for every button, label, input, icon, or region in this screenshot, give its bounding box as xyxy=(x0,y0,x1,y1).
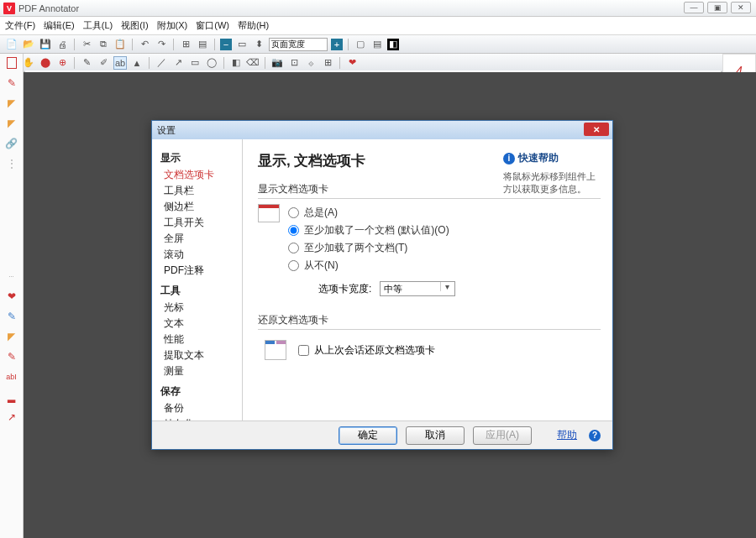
text-select-icon[interactable]: ⬤ xyxy=(39,56,52,70)
measure-icon[interactable]: ⟐ xyxy=(304,56,318,70)
nav-item-doc-tabs[interactable]: 文档选项卡 xyxy=(160,167,242,183)
dialog-close-button[interactable]: ✕ xyxy=(584,123,609,136)
ok-button[interactable]: 确定 xyxy=(339,426,397,445)
menu-view[interactable]: 视图(I) xyxy=(121,19,148,32)
pal-tri3-icon[interactable]: ◤ xyxy=(4,331,19,342)
help-icon[interactable]: ? xyxy=(589,430,601,441)
menu-help[interactable]: 帮助(H) xyxy=(238,19,269,32)
separator xyxy=(214,39,215,50)
window-close-button[interactable]: ✕ xyxy=(731,2,751,13)
new-icon[interactable]: 📄 xyxy=(5,38,18,51)
separator xyxy=(74,57,75,69)
radio-one-loaded[interactable]: 至少加载了一个文档 (默认值)(O) xyxy=(285,222,601,239)
settings-nav: 显示 文档选项卡 工具栏 侧边栏 工具开关 全屏 滚动 PDF注释 工具 光标 … xyxy=(152,139,243,420)
help-link[interactable]: 帮助 xyxy=(557,428,577,442)
eraser-icon[interactable]: ◧ xyxy=(229,56,243,70)
nav-item-cursor[interactable]: 光标 xyxy=(160,300,242,316)
zoom-in-icon[interactable]: + xyxy=(331,39,343,50)
rect-icon[interactable]: ▭ xyxy=(188,56,202,70)
pal-arrow-icon[interactable]: ↗ xyxy=(4,411,19,423)
find-icon[interactable]: ⊞ xyxy=(179,38,192,51)
menu-file[interactable]: 文件(F) xyxy=(5,19,35,32)
pal-pen-red2-icon[interactable]: ✎ xyxy=(4,351,19,363)
fit-page-icon[interactable]: ▭ xyxy=(235,38,249,51)
nav-item-pdf-annot[interactable]: PDF注释 xyxy=(160,263,242,279)
tab-width-label: 选项卡宽度: xyxy=(318,282,371,296)
magnify-icon[interactable]: ⊕ xyxy=(55,56,69,70)
help-title: 快速帮助 xyxy=(518,151,559,165)
dialog-titlebar[interactable]: 设置 ✕ xyxy=(152,121,612,139)
fit-width-icon[interactable]: ⬍ xyxy=(252,38,265,51)
pal-pen-blue-icon[interactable]: ✎ xyxy=(4,311,19,322)
crop-icon[interactable]: ⊡ xyxy=(287,56,301,70)
maximize-button[interactable]: ▣ xyxy=(707,2,727,13)
camera-icon[interactable]: 📷 xyxy=(270,56,284,70)
pal-dots2-icon[interactable]: ··· xyxy=(4,270,19,282)
undo-icon[interactable]: ↶ xyxy=(138,38,151,51)
stamp-icon[interactable]: ▲ xyxy=(130,56,144,70)
favorite-icon[interactable]: ❤ xyxy=(345,56,359,70)
nav-item-perf[interactable]: 性能 xyxy=(160,332,242,347)
nav-item-persist[interactable]: 持久化 xyxy=(160,416,242,420)
hand-icon[interactable]: ✋ xyxy=(22,56,35,70)
eraser2-icon[interactable]: ⌫ xyxy=(246,56,260,70)
pal-dots-icon[interactable]: ⋮ xyxy=(4,158,19,170)
nav-item-sidebar[interactable]: 侧边栏 xyxy=(160,199,242,215)
nav-item-backup[interactable]: 备份 xyxy=(160,400,242,416)
pal-link-icon[interactable]: 🔗 xyxy=(4,138,19,149)
nav-item-scroll[interactable]: 滚动 xyxy=(160,247,242,263)
info-icon: i xyxy=(503,153,515,165)
pal-heart-icon[interactable]: ❤ xyxy=(4,290,19,302)
minimize-button[interactable]: — xyxy=(684,2,704,13)
menu-edit[interactable]: 编辑(E) xyxy=(44,19,75,32)
menubar: 文件(F) 编辑(E) 工具(L) 视图(I) 附加(X) 窗口(W) 帮助(H… xyxy=(0,17,756,35)
zoom-input[interactable] xyxy=(269,38,328,51)
paste-icon[interactable]: 📋 xyxy=(113,38,127,51)
open-icon[interactable]: 📂 xyxy=(22,38,35,51)
pen-icon[interactable]: ✎ xyxy=(80,56,93,70)
page2-icon[interactable]: ▤ xyxy=(370,38,384,51)
pal-stamp-icon[interactable]: ▂ xyxy=(4,391,19,403)
nav-item-text[interactable]: 文本 xyxy=(160,316,242,332)
pal-tri2-icon[interactable]: ◤ xyxy=(4,118,19,129)
pal-tri-icon[interactable]: ◤ xyxy=(4,97,19,109)
text-tool-icon[interactable]: ab xyxy=(113,56,127,70)
redo-icon[interactable]: ↷ xyxy=(155,38,168,51)
ellipse-icon[interactable]: ◯ xyxy=(205,56,218,70)
nav-item-fullscreen[interactable]: 全屏 xyxy=(160,231,242,247)
copy-icon[interactable]: ⧉ xyxy=(97,38,110,51)
menu-extra[interactable]: 附加(X) xyxy=(157,19,188,32)
menu-window[interactable]: 窗口(W) xyxy=(196,19,229,32)
dark-icon[interactable]: ◧ xyxy=(387,39,399,50)
radio-two-loaded[interactable]: 至少加载了两个文档(T) xyxy=(285,239,601,257)
save-icon[interactable]: 💾 xyxy=(39,38,52,51)
apply-button[interactable]: 应用(A) xyxy=(473,426,532,445)
toolbar-annotate: ▶ ✋ ⬤ ⊕ ✎ ✐ ab ▲ ／ ↗ ▭ ◯ ◧ ⌫ 📷 ⊡ ⟐ ⊞ ❤ xyxy=(0,54,756,72)
print-icon[interactable]: 🖨 xyxy=(55,38,69,51)
toolbar-main: 📄 📂 💾 🖨 ✂ ⧉ 📋 ↶ ↷ ⊞ ▤ − ▭ ⬍ + ▢ ▤ ◧ xyxy=(0,35,756,54)
radio-always[interactable]: 总是(A) xyxy=(285,204,601,222)
nav-item-toolswitch[interactable]: 工具开关 xyxy=(160,215,242,231)
marker-icon[interactable]: ✐ xyxy=(97,56,110,70)
nav-section-display: 显示 xyxy=(160,151,242,165)
page-icon[interactable]: ▢ xyxy=(354,38,367,51)
arrow-icon[interactable]: ↗ xyxy=(171,56,185,70)
line-icon[interactable]: ／ xyxy=(155,56,168,70)
separator xyxy=(339,57,340,69)
menu-tool[interactable]: 工具(L) xyxy=(83,19,113,32)
pal-rect-icon[interactable] xyxy=(7,57,17,69)
image-icon[interactable]: ⊞ xyxy=(321,56,334,70)
restore-checkbox[interactable] xyxy=(298,345,309,356)
pal-text-icon[interactable]: abI xyxy=(4,371,19,383)
pal-pen-red-icon[interactable]: ✎ xyxy=(4,77,19,89)
tab-width-select[interactable]: 中等 xyxy=(380,281,455,296)
nav-item-extract[interactable]: 提取文本 xyxy=(160,347,242,363)
cut-icon[interactable]: ✂ xyxy=(80,38,93,51)
nav-item-toolbar[interactable]: 工具栏 xyxy=(160,183,242,199)
tab-icon xyxy=(258,204,280,222)
nav-item-measure[interactable]: 测量 xyxy=(160,363,242,379)
zoom-out-icon[interactable]: − xyxy=(220,39,232,50)
doc-icon[interactable]: ▤ xyxy=(196,38,209,51)
cancel-button[interactable]: 取消 xyxy=(406,426,465,445)
radio-never[interactable]: 从不(N) xyxy=(285,257,601,274)
